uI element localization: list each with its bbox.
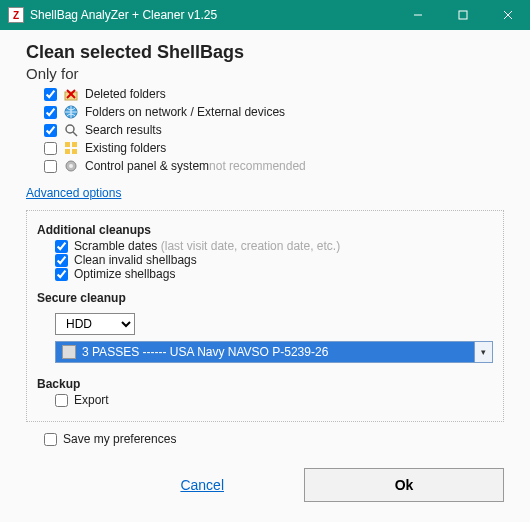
minimize-button[interactable]: [395, 0, 440, 30]
checkbox-deleted-folders[interactable]: [44, 88, 57, 101]
checkbox-search-results[interactable]: [44, 124, 57, 137]
option-existing-folders: Existing folders: [44, 140, 504, 156]
svg-point-8: [66, 125, 74, 133]
svg-rect-13: [72, 149, 77, 154]
option-clean-invalid: Clean invalid shellbags: [55, 253, 493, 267]
option-optimize: Optimize shellbags: [55, 267, 493, 281]
close-button[interactable]: [485, 0, 530, 30]
label-control-panel: Control panel & systemnot recommended: [85, 159, 306, 173]
app-icon: Z: [8, 7, 24, 23]
option-control-panel: Control panel & systemnot recommended: [44, 158, 504, 174]
checkbox-clean-invalid[interactable]: [55, 254, 68, 267]
additional-cleanups-title: Additional cleanups: [37, 223, 493, 237]
window-title: ShellBag AnalyZer + Cleaner v1.25: [30, 8, 395, 22]
gear-icon: [63, 158, 79, 174]
dialog-buttons: Cancel Ok: [0, 454, 530, 502]
option-export: Export: [55, 393, 493, 407]
label-scramble-dates: Scramble dates (last visit date, creatio…: [74, 239, 340, 253]
disk-icon: [62, 345, 76, 359]
option-search-results: Search results: [44, 122, 504, 138]
checkbox-save-preferences[interactable]: [44, 433, 57, 446]
page-subtitle: Only for: [26, 65, 504, 82]
checkbox-control-panel[interactable]: [44, 160, 57, 173]
window-controls: [395, 0, 530, 30]
label-network-folders: Folders on network / External devices: [85, 105, 285, 119]
svg-rect-11: [72, 142, 77, 147]
svg-line-9: [73, 132, 77, 136]
titlebar: Z ShellBag AnalyZer + Cleaner v1.25: [0, 0, 530, 30]
label-clean-invalid: Clean invalid shellbags: [74, 253, 197, 267]
drive-type-select[interactable]: HDD: [55, 313, 135, 335]
advanced-panel: Additional cleanups Scramble dates (last…: [26, 210, 504, 422]
svg-rect-12: [65, 149, 70, 154]
option-network-folders: Folders on network / External devices: [44, 104, 504, 120]
backup-title: Backup: [37, 377, 493, 391]
advanced-options-link[interactable]: Advanced options: [26, 186, 121, 200]
passes-select[interactable]: 3 PASSES ------ USA Navy NAVSO P-5239-26…: [55, 341, 493, 363]
search-icon: [63, 122, 79, 138]
checkbox-existing-folders[interactable]: [44, 142, 57, 155]
chevron-down-icon[interactable]: ▾: [474, 342, 492, 362]
maximize-button[interactable]: [440, 0, 485, 30]
folder-grid-icon: [63, 140, 79, 156]
label-save-preferences: Save my preferences: [63, 432, 176, 446]
checkbox-scramble-dates[interactable]: [55, 240, 68, 253]
label-optimize: Optimize shellbags: [74, 267, 175, 281]
label-search-results: Search results: [85, 123, 162, 137]
label-export: Export: [74, 393, 109, 407]
checkbox-optimize[interactable]: [55, 268, 68, 281]
checkbox-network-folders[interactable]: [44, 106, 57, 119]
checkbox-export[interactable]: [55, 394, 68, 407]
page-title: Clean selected ShellBags: [26, 42, 504, 63]
svg-rect-10: [65, 142, 70, 147]
cancel-button[interactable]: Cancel: [180, 477, 224, 493]
svg-rect-1: [459, 11, 467, 19]
svg-point-15: [69, 164, 73, 168]
option-deleted-folders: Deleted folders: [44, 86, 504, 102]
ok-button[interactable]: Ok: [304, 468, 504, 502]
option-save-preferences: Save my preferences: [44, 432, 504, 446]
passes-selected-value: 3 PASSES ------ USA Navy NAVSO P-5239-26: [56, 342, 474, 362]
label-existing-folders: Existing folders: [85, 141, 166, 155]
secure-cleanup-title: Secure cleanup: [37, 291, 493, 305]
label-deleted-folders: Deleted folders: [85, 87, 166, 101]
deleted-folder-icon: [63, 86, 79, 102]
globe-icon: [63, 104, 79, 120]
passes-selected-text: 3 PASSES ------ USA Navy NAVSO P-5239-26: [82, 345, 328, 359]
option-scramble-dates: Scramble dates (last visit date, creatio…: [55, 239, 493, 253]
